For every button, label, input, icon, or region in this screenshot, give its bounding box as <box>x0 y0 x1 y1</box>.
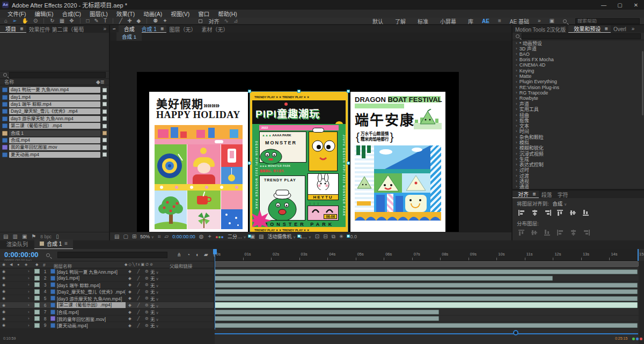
layer-twirl-icon[interactable]: › <box>28 303 34 308</box>
align-t-button[interactable] <box>557 209 565 216</box>
timeline-layer-row[interactable]: ◉›1[day1 鸭玩一夏 九鱼Ann.mp4]◆╱⊚无 ∨ <box>0 268 214 275</box>
eye-icon[interactable]: ◉ <box>0 323 8 327</box>
layer-duration-bar[interactable] <box>215 296 638 301</box>
collapse-switch[interactable]: ◆ <box>126 282 134 287</box>
snap-options-icon[interactable]: ∿ <box>224 18 229 24</box>
layer-duration-bar[interactable] <box>215 310 439 314</box>
parent-pickwhip-icon[interactable]: ⊚ <box>143 323 150 328</box>
effect-category-row[interactable]: ›实用工具 <box>513 107 644 112</box>
effect-category-row[interactable]: ›文本 <box>513 123 644 128</box>
tab-overflow-icon[interactable]: » <box>100 26 109 32</box>
workspace-menu-icon[interactable]: ≡ <box>498 18 501 24</box>
layer-duration-bar[interactable] <box>215 323 638 328</box>
eye-icon[interactable]: ◉ <box>0 269 8 274</box>
right-tab-overflow-icon[interactable]: » <box>629 26 638 32</box>
snap-checkbox[interactable] <box>199 19 202 23</box>
workspace-1[interactable]: 了解 <box>395 17 406 25</box>
collapse-switch[interactable]: ◆ <box>126 316 134 321</box>
quality-switch[interactable]: ╱ <box>134 310 143 314</box>
distribute-t-button[interactable] <box>518 229 526 236</box>
tab-overlord[interactable]: Overl <box>611 26 629 32</box>
effect-category-row[interactable]: ›过时 <box>513 167 644 173</box>
quality-switch[interactable]: ╱ <box>134 289 143 294</box>
parent-dropdown[interactable]: 无 ∨ <box>150 275 178 281</box>
effect-category-row[interactable]: ›杂色和颗粒 <box>513 134 644 140</box>
tab-paragraph[interactable]: 段落 <box>539 191 555 198</box>
tab-layer[interactable]: 图层（无） <box>166 25 199 33</box>
align-ch-button[interactable] <box>531 209 539 216</box>
mini-flowchart-icon[interactable]: ⊞ <box>132 233 136 240</box>
parent-pickwhip-icon[interactable]: ⊚ <box>143 296 150 301</box>
layer-name[interactable]: [day1 鸭玩一夏 九鱼Ann.mp4] <box>57 268 126 275</box>
layer-name[interactable]: [day3 游乐摩天轮 九鱼Ann.mp4] <box>57 295 126 302</box>
layer-label-chip[interactable] <box>34 323 40 328</box>
layer-twirl-icon[interactable]: › <box>28 296 34 301</box>
workspace-ae-basics[interactable]: AE 基础 <box>510 17 529 25</box>
layer-label-chip[interactable] <box>34 310 40 314</box>
current-time-display[interactable]: 0:00:00:00 <box>0 252 43 258</box>
tab-project[interactable]: 项目 ≡ <box>0 25 26 33</box>
project-item-row[interactable]: Day2_摩天轮_雪儿《优秀》.mp4 <box>0 108 109 115</box>
work-area-bar[interactable] <box>215 261 639 267</box>
parent-dropdown[interactable]: 无 ∨ <box>150 288 178 295</box>
quality-switch[interactable]: ╱ <box>134 316 143 321</box>
timeline-layer-row[interactable]: ◉›9[夏天动画.mp4]◆╱⊚无 ∨ <box>0 322 214 329</box>
effect-category-row[interactable]: ›CINEMA 4D <box>513 62 644 68</box>
minimize-button[interactable]: — <box>596 2 612 8</box>
parent-pickwhip-icon[interactable]: ⊚ <box>143 282 150 287</box>
pen-tool-icon[interactable]: ✎ <box>94 18 99 24</box>
channel-icon[interactable] <box>216 234 224 239</box>
layer-name[interactable]: [第二课（葡萄乐园）.mp4] <box>57 302 126 308</box>
distribute-l-button[interactable] <box>557 229 565 236</box>
layer-name[interactable]: [夏天动画.mp4] <box>57 322 126 328</box>
quality-switch[interactable]: ╱ <box>134 282 143 287</box>
new-comp-icon[interactable]: ▣ <box>22 233 27 240</box>
effect-category-row[interactable]: ›Plugin Everything <box>513 79 644 84</box>
effect-category-row[interactable]: ›通道 <box>513 184 644 189</box>
playhead[interactable] <box>215 249 215 330</box>
layer-name[interactable]: [day1 端午 粽粽.mp4] <box>57 282 126 288</box>
effect-category-row[interactable]: ›扭曲 <box>513 112 644 118</box>
workspace-ae-tab[interactable]: AE <box>482 18 489 24</box>
layer-name[interactable]: [合成.mp4] <box>57 309 126 315</box>
timeline-button-icon[interactable]: ⧉ <box>332 233 335 240</box>
project-item-row[interactable]: day1 鸭玩一夏 九鱼Ann.mp4 <box>0 86 109 93</box>
fast-preview-icon[interactable]: ⊟ <box>323 233 327 240</box>
layer-duration-bar[interactable] <box>215 269 638 274</box>
effect-category-row[interactable]: ›表达式控制 <box>513 162 644 167</box>
tab-align[interactable]: 对齐 ≡ <box>513 191 539 198</box>
effect-category-row[interactable]: ›Matte <box>513 74 644 79</box>
capture-icon[interactable]: ▣ <box>550 18 554 24</box>
collapse-switch[interactable]: ◆ <box>126 276 134 281</box>
eye-icon[interactable]: ◉ <box>0 317 8 321</box>
comp-selector-tab[interactable]: 合成 1 <box>116 32 142 42</box>
layer-duration-bar[interactable] <box>215 289 638 294</box>
distribute-r-button[interactable] <box>582 229 590 236</box>
timeline-layer-row[interactable]: ◉›2[day1.mp4]◆╱⊚无 ∨ <box>0 275 214 282</box>
work-area-end-marker[interactable] <box>638 249 639 261</box>
quality-switch[interactable]: ╱ <box>134 269 143 274</box>
layer-label-chip[interactable] <box>34 316 40 321</box>
align-to-dropdown[interactable]: 合成 ∨ <box>552 200 567 207</box>
distribute-b-button[interactable] <box>544 229 552 236</box>
parent-pickwhip-icon[interactable]: ⊚ <box>143 316 150 321</box>
delete-icon[interactable]: ▯ <box>56 233 59 240</box>
frame-blend-icon[interactable]: ▰ <box>204 252 208 258</box>
parent-dropdown[interactable]: 无 ∨ <box>150 295 178 302</box>
collapse-switch[interactable]: ◆ <box>126 323 134 328</box>
effect-category-row[interactable]: ›Rowbyte <box>513 96 644 101</box>
effects-search-input[interactable] <box>522 33 641 39</box>
timeline-layer-row[interactable]: ◉›6[第二课（葡萄乐园）.mp4]◆╱⊚无 ∨ <box>0 302 214 309</box>
layer-twirl-icon[interactable]: › <box>28 282 34 287</box>
tab-render-queue[interactable]: 渲染队列 <box>0 240 34 249</box>
eye-icon[interactable]: ◉ <box>0 310 8 314</box>
quality-switch[interactable]: ╱ <box>134 276 143 281</box>
parent-dropdown[interactable]: 无 ∨ <box>150 322 178 328</box>
project-bpc[interactable]: 8 bpc <box>40 234 52 239</box>
layer-twirl-icon[interactable]: › <box>28 269 34 274</box>
layer-twirl-icon[interactable]: › <box>28 323 34 328</box>
clone-stamp-tool-icon[interactable]: ✚ <box>127 18 131 24</box>
layer-label-chip[interactable] <box>34 276 40 281</box>
layer-name[interactable]: [我的童年回忆图鉴.mov] <box>57 316 126 322</box>
timeline-search-input[interactable] <box>57 252 167 258</box>
